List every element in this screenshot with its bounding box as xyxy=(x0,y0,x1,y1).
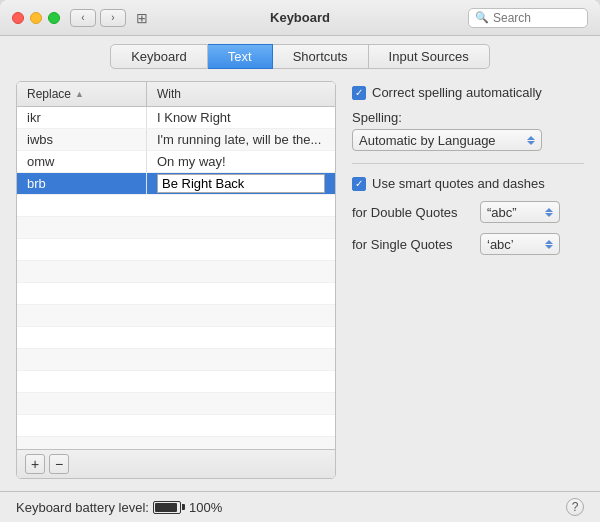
with-cell: I'm running late, will be the... xyxy=(147,129,335,150)
replace-cell: iwbs xyxy=(17,129,147,150)
tab-keyboard[interactable]: Keyboard xyxy=(110,44,208,69)
grid-icon[interactable]: ⊞ xyxy=(136,10,148,26)
with-cell: On my way! xyxy=(147,151,335,172)
keyboard-preferences-window: ‹ › ⊞ Keyboard 🔍 Keyboard Text Shortcuts… xyxy=(0,0,600,522)
table-row[interactable]: omw On my way! xyxy=(17,151,335,173)
smart-quotes-checkbox[interactable]: ✓ xyxy=(352,177,366,191)
single-quotes-label: for Single Quotes xyxy=(352,237,472,252)
settings-panel: ✓ Correct spelling automatically Spellin… xyxy=(352,81,584,479)
empty-row xyxy=(17,437,335,449)
tab-shortcuts[interactable]: Shortcuts xyxy=(273,44,369,69)
table-row[interactable]: ikr I Know Right xyxy=(17,107,335,129)
spelling-value: Automatic by Language xyxy=(359,133,496,148)
sort-arrow-icon: ▲ xyxy=(75,89,84,99)
divider xyxy=(352,163,584,164)
empty-row xyxy=(17,283,335,305)
help-button[interactable]: ? xyxy=(566,498,584,516)
col-with-header: With xyxy=(147,82,335,106)
with-cell: I Know Right xyxy=(147,107,335,128)
empty-row xyxy=(17,261,335,283)
battery-fill xyxy=(155,503,177,512)
empty-row xyxy=(17,305,335,327)
spelling-group: Spelling: Automatic by Language xyxy=(352,110,584,151)
double-quotes-label: for Double Quotes xyxy=(352,205,472,220)
double-quotes-row: for Double Quotes “abc” xyxy=(352,201,584,223)
minimize-button[interactable] xyxy=(30,12,42,24)
battery-tip xyxy=(182,504,185,510)
spelling-label: Spelling: xyxy=(352,110,584,125)
battery-percent: 100% xyxy=(189,500,222,515)
checkmark-icon: ✓ xyxy=(355,88,363,98)
double-quotes-dropdown[interactable]: “abc” xyxy=(480,201,560,223)
back-button[interactable]: ‹ xyxy=(70,9,96,27)
bottom-bar: Keyboard battery level: 100% ? xyxy=(0,491,600,522)
single-quotes-row: for Single Quotes ‘abc’ xyxy=(352,233,584,255)
battery-label: Keyboard battery level: xyxy=(16,500,149,515)
add-row-button[interactable]: + xyxy=(25,454,45,474)
remove-row-button[interactable]: − xyxy=(49,454,69,474)
empty-rows xyxy=(17,195,335,449)
replace-cell: omw xyxy=(17,151,147,172)
double-quotes-value: “abc” xyxy=(487,205,517,220)
table-row-selected[interactable]: brb xyxy=(17,173,335,195)
battery-body xyxy=(153,501,181,514)
table-footer: + − xyxy=(17,449,335,478)
tab-text[interactable]: Text xyxy=(208,44,273,69)
spelling-dropdown[interactable]: Automatic by Language xyxy=(352,129,542,151)
empty-row xyxy=(17,195,335,217)
title-bar: ‹ › ⊞ Keyboard 🔍 xyxy=(0,0,600,36)
table-header: Replace ▲ With xyxy=(17,82,335,107)
replace-cell-selected: brb xyxy=(17,173,147,194)
correct-spelling-checkbox[interactable]: ✓ xyxy=(352,86,366,100)
search-box[interactable]: 🔍 xyxy=(468,8,588,28)
single-quotes-dropdown[interactable]: ‘abc’ xyxy=(480,233,560,255)
smart-quotes-label: Use smart quotes and dashes xyxy=(372,176,545,191)
tab-input-sources[interactable]: Input Sources xyxy=(369,44,490,69)
window-title: Keyboard xyxy=(270,10,330,25)
traffic-lights xyxy=(12,12,60,24)
with-cell-editing[interactable] xyxy=(147,173,335,194)
checkmark-icon: ✓ xyxy=(355,179,363,189)
empty-row xyxy=(17,239,335,261)
tab-bar: Keyboard Text Shortcuts Input Sources xyxy=(0,36,600,69)
dropdown-arrow-icon xyxy=(527,136,535,145)
empty-row xyxy=(17,415,335,437)
single-quotes-value: ‘abc’ xyxy=(487,237,514,252)
with-input[interactable] xyxy=(157,174,325,193)
table-body: ikr I Know Right iwbs I'm running late, … xyxy=(17,107,335,449)
search-input[interactable] xyxy=(493,11,573,25)
correct-spelling-row: ✓ Correct spelling automatically xyxy=(352,85,584,100)
battery-icon xyxy=(153,501,185,514)
col-replace-header: Replace ▲ xyxy=(17,82,147,106)
spelling-dropdown-row: Automatic by Language xyxy=(352,129,584,151)
table-row[interactable]: iwbs I'm running late, will be the... xyxy=(17,129,335,151)
empty-row xyxy=(17,327,335,349)
smart-quotes-row: ✓ Use smart quotes and dashes xyxy=(352,176,584,191)
text-replacement-table: Replace ▲ With ikr I Know Right iwbs I'm… xyxy=(16,81,336,479)
dropdown-arrow-icon xyxy=(545,240,553,249)
correct-spelling-label: Correct spelling automatically xyxy=(372,85,542,100)
content-area: Replace ▲ With ikr I Know Right iwbs I'm… xyxy=(0,69,600,491)
close-button[interactable] xyxy=(12,12,24,24)
search-icon: 🔍 xyxy=(475,11,489,24)
forward-button[interactable]: › xyxy=(100,9,126,27)
nav-buttons: ‹ › xyxy=(70,9,126,27)
maximize-button[interactable] xyxy=(48,12,60,24)
dropdown-arrow-icon xyxy=(545,208,553,217)
replace-cell: ikr xyxy=(17,107,147,128)
empty-row xyxy=(17,371,335,393)
empty-row xyxy=(17,349,335,371)
empty-row xyxy=(17,393,335,415)
empty-row xyxy=(17,217,335,239)
